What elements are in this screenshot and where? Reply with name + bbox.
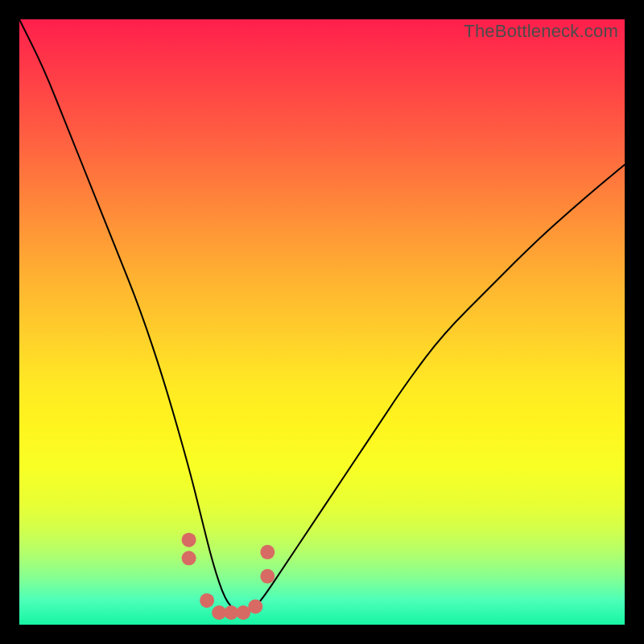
sample-dot [182,533,196,547]
sample-dot [260,545,275,559]
curve-layer [19,19,625,625]
sample-dot [182,551,196,565]
sample-dot [260,569,275,584]
sample-dot [200,593,214,608]
watermark-text: TheBottleneck.com [464,21,618,42]
sample-dot [248,599,262,613]
plot-area: TheBottleneck.com [19,19,625,625]
chart-frame: TheBottleneck.com [0,0,644,644]
sample-dots-group [182,533,275,620]
mismatch-curve [19,19,625,613]
